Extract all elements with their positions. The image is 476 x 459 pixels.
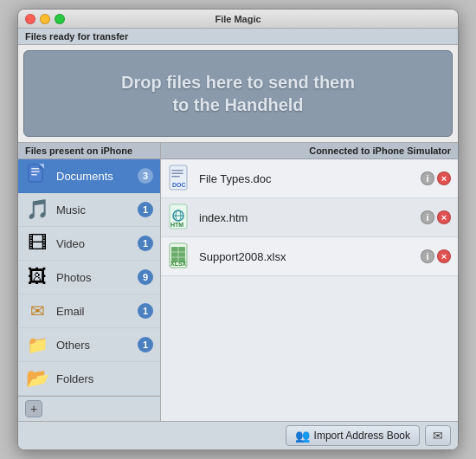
main-header: Connected to iPhone Simulator [161, 143, 458, 159]
folders-icon: 📂 [25, 366, 49, 391]
sidebar-item-email[interactable]: ✉Email1 [18, 294, 160, 328]
file-name: index.htm [199, 211, 414, 224]
traffic-lights [25, 14, 65, 24]
others-label: Others [56, 339, 131, 352]
folders-label: Folders [56, 372, 153, 385]
table-row[interactable]: HTM index.htmi× [161, 198, 458, 237]
table-row[interactable]: DOC File Types.doci× [161, 159, 458, 198]
file-icon-0: DOC [168, 165, 192, 192]
sidebar-item-video[interactable]: 🎞Video1 [18, 227, 160, 261]
file-icon-1: HTM [168, 204, 192, 231]
documents-icon [25, 164, 49, 188]
import-button-label: Import Address Book [314, 430, 410, 442]
music-label: Music [56, 204, 131, 217]
photos-badge: 9 [138, 269, 153, 285]
title-bar: File Magic [18, 10, 458, 29]
video-icon: 🎞 [25, 231, 49, 255]
music-icon: 🎵 [25, 197, 49, 222]
status-bar: Files ready for transfer [18, 29, 458, 45]
drop-zone[interactable]: Drop files here to send them to the Hand… [23, 50, 453, 137]
bottom-bar: 👥 Import Address Book ✉ [18, 421, 458, 449]
close-button[interactable] [25, 14, 35, 24]
svg-text:DOC: DOC [172, 182, 186, 188]
mail-button[interactable]: ✉ [425, 425, 451, 446]
file-delete-button[interactable]: × [437, 249, 451, 263]
svg-rect-7 [171, 170, 183, 171]
drop-zone-text: Drop files here to send them to the Hand… [121, 71, 355, 116]
sidebar-item-music[interactable]: 🎵Music1 [18, 193, 160, 227]
others-icon: 📁 [25, 333, 49, 357]
app-window: File Magic Files ready for transfer Drop… [17, 9, 459, 450]
svg-rect-1 [31, 168, 40, 170]
svg-text:HTM: HTM [170, 222, 183, 228]
sidebar-item-others[interactable]: 📁Others1 [18, 328, 160, 362]
status-text: Files ready for transfer [25, 31, 128, 42]
mail-icon: ✉ [433, 429, 443, 443]
file-info-button[interactable]: i [421, 249, 434, 263]
music-badge: 1 [138, 202, 153, 217]
file-info-button[interactable]: i [421, 171, 434, 185]
svg-rect-8 [171, 173, 183, 175]
sidebar-items-container: Documents3🎵Music1🎞Video1🖼Photos9✉Email1📁… [18, 159, 160, 396]
window-title: File Magic [215, 14, 261, 24]
sidebar-item-documents[interactable]: Documents3 [18, 159, 160, 193]
file-delete-button[interactable]: × [437, 210, 451, 224]
others-badge: 1 [138, 337, 153, 352]
email-badge: 1 [138, 303, 153, 319]
file-info-button[interactable]: i [421, 210, 434, 224]
zoom-button[interactable] [55, 14, 65, 24]
file-list: DOC File Types.doci× HTM index.htmi× XLS… [161, 159, 458, 421]
file-actions: i× [421, 210, 451, 224]
table-row[interactable]: XLSX Support2008.xlsxi× [161, 237, 458, 276]
sidebar-header: Files present on iPhone [18, 143, 160, 159]
svg-rect-9 [171, 176, 180, 178]
video-label: Video [56, 237, 131, 250]
sidebar-item-photos[interactable]: 🖼Photos9 [18, 261, 160, 294]
documents-label: Documents [56, 170, 131, 183]
add-button[interactable]: + [25, 400, 42, 417]
photos-icon: 🖼 [25, 265, 49, 289]
sidebar: Files present on iPhone Documents3🎵Music… [18, 143, 161, 421]
file-name: Support2008.xlsx [199, 250, 414, 263]
svg-rect-3 [31, 174, 37, 176]
minimize-button[interactable] [40, 14, 50, 24]
import-address-book-button[interactable]: 👥 Import Address Book [286, 425, 420, 446]
file-actions: i× [421, 171, 451, 185]
people-icon: 👥 [295, 429, 310, 443]
files-section: Files present on iPhone Documents3🎵Music… [18, 142, 458, 421]
svg-text:XLSX: XLSX [170, 261, 187, 267]
sidebar-footer: + [18, 396, 160, 421]
email-label: Email [56, 305, 131, 318]
video-badge: 1 [138, 236, 153, 251]
file-name: File Types.doc [199, 172, 414, 185]
svg-rect-2 [31, 171, 40, 173]
file-icon-2: XLSX [168, 242, 192, 270]
photos-label: Photos [56, 271, 131, 284]
documents-badge: 3 [138, 168, 153, 184]
sidebar-item-folders[interactable]: 📂Folders [18, 362, 160, 396]
file-delete-button[interactable]: × [437, 171, 451, 185]
email-icon: ✉ [25, 299, 49, 323]
main-content: Connected to iPhone Simulator DOC File T… [161, 143, 458, 421]
file-actions: i× [421, 249, 451, 263]
